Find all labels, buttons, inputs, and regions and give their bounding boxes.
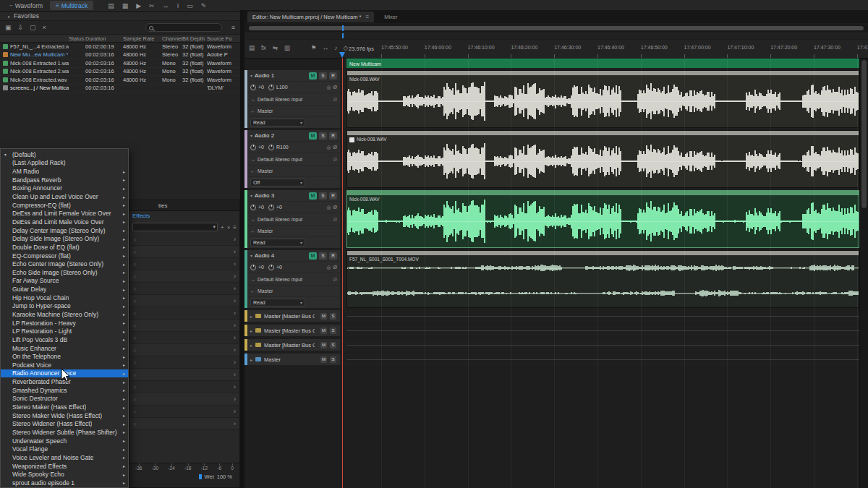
tab-editor[interactable]: Editor: New Multicam.prproj / New Multic… xyxy=(247,12,374,22)
power-icon[interactable]: ○ xyxy=(133,274,136,279)
fx-slot[interactable]: ○ › xyxy=(129,246,239,258)
preset-menu-item[interactable]: • Echo Side Image (Stereo Only) ▸ xyxy=(1,268,128,277)
power-icon[interactable]: ○ xyxy=(133,299,136,304)
move-range-icon[interactable]: ↔ xyxy=(323,44,329,51)
solo-button[interactable]: S xyxy=(330,328,336,334)
panel-columns-icon[interactable]: ▦ xyxy=(122,1,129,11)
automation-mode-select[interactable]: Read ▾ xyxy=(250,239,305,247)
panel-menu-icon[interactable]: ≡ xyxy=(231,24,235,31)
power-icon[interactable]: ○ xyxy=(133,323,136,328)
mute-button[interactable]: M xyxy=(309,192,317,200)
column-bit-depth[interactable]: Bit Depth xyxy=(182,35,207,42)
file-row[interactable]: Nick-008 Extracted.wav 00:02:03:16 48000… xyxy=(0,76,240,85)
power-icon[interactable]: ○ xyxy=(133,335,136,341)
fx-slot[interactable]: ○ › xyxy=(129,344,239,356)
fx-slot[interactable]: ○ › xyxy=(129,418,239,430)
favorites-header[interactable]: ▸ Favorites xyxy=(0,12,240,21)
preset-menu-item[interactable]: • Guitar Delay ▸ xyxy=(1,285,128,294)
file-row[interactable]: screenc...j / New Multicam 00:02:03:16 '… xyxy=(0,85,240,93)
preset-menu-item[interactable]: • AM Radio ▸ xyxy=(1,167,128,176)
preset-menu-item[interactable]: • Boxing Announcer ▸ xyxy=(1,184,128,193)
preset-menu-item[interactable]: • Stereo Maker Wide (Hass Effect) ▸ xyxy=(1,411,128,420)
power-icon[interactable]: ○ xyxy=(133,421,136,427)
preset-combobox[interactable]: ▾ xyxy=(132,223,218,231)
power-icon[interactable]: ○ xyxy=(133,249,136,254)
rack-tab[interactable]: ties xyxy=(158,202,167,209)
power-icon[interactable]: ○ xyxy=(133,348,136,353)
search-input[interactable] xyxy=(156,24,220,31)
razor-tool-icon[interactable]: ✂ xyxy=(149,1,155,11)
fx-slot[interactable]: ○ › xyxy=(129,234,239,246)
preset-menu-item[interactable]: • (Last Applied Rack) ▸ xyxy=(1,159,128,168)
volume-knob[interactable] xyxy=(250,205,256,210)
preset-menu-item[interactable]: • (Default) ▸ xyxy=(1,150,128,159)
delete-file-icon[interactable]: × xyxy=(43,24,46,31)
preset-menu-item[interactable]: • Stereo Maker (Hass Effect) ▸ xyxy=(1,403,128,411)
rack-menu-icon[interactable]: ≡ xyxy=(233,224,237,231)
panel-grid-icon[interactable]: ▤ xyxy=(108,1,114,11)
mute-button[interactable]: M xyxy=(320,356,327,363)
preset-menu-item[interactable]: • Karaoke Machine (Stereo Only) ▸ xyxy=(1,310,128,319)
file-row[interactable]: New Mu...ew Multicam * 00:02:03:16 48000… xyxy=(0,51,240,60)
save-preset-icon[interactable]: + xyxy=(221,224,224,231)
fx-slot[interactable]: ○ › xyxy=(129,320,239,332)
preset-menu-item[interactable]: • Smashed Dynamics ▸ xyxy=(1,386,128,395)
zoom-navigator-handle[interactable] xyxy=(249,26,864,30)
mute-button[interactable]: M xyxy=(309,252,317,260)
audio-clip[interactable]: Nick-008.WAV xyxy=(346,70,859,128)
clip-header[interactable] xyxy=(347,191,859,195)
preset-menu-item[interactable]: • DeEss and Limit Female Voice Over ▸ xyxy=(1,209,128,218)
solo-button[interactable]: S xyxy=(330,313,336,320)
preset-menu-item[interactable]: • Lift Pop Vocals 3 dB ▸ xyxy=(1,335,128,344)
power-icon[interactable]: ○ xyxy=(133,286,136,291)
clip-header[interactable] xyxy=(347,71,859,75)
input-select[interactable]: → Default Stereo Input Ø xyxy=(247,93,340,105)
routing-icon[interactable]: ⇆ xyxy=(273,44,278,51)
pan-knob[interactable] xyxy=(268,145,274,150)
range-bar[interactable] xyxy=(244,33,868,39)
fx-slot[interactable]: ○ › xyxy=(129,332,239,344)
mute-button[interactable]: M xyxy=(309,72,317,80)
solo-button[interactable]: S xyxy=(330,342,336,348)
automation-mode-select[interactable]: Read ▾ xyxy=(250,119,305,127)
mute-button[interactable]: M xyxy=(320,313,327,320)
mute-button[interactable]: M xyxy=(320,342,327,348)
new-file-icon[interactable]: ▢ xyxy=(30,24,36,31)
preset-menu-item[interactable]: • Bandpass Reverb ▸ xyxy=(1,176,128,184)
output-select[interactable]: ← Master xyxy=(247,166,340,177)
column-channels[interactable]: Channels xyxy=(162,35,182,42)
power-icon[interactable]: ○ xyxy=(133,409,136,414)
playhead-handle[interactable] xyxy=(339,52,345,58)
caret-right-icon[interactable]: ▸ xyxy=(250,328,252,333)
preset-menu-item[interactable]: • Delay Side Image (Stereo Only) ▸ xyxy=(1,234,128,243)
mute-button[interactable]: M xyxy=(320,328,327,334)
output-select[interactable]: ← Master xyxy=(247,226,340,237)
fx-slot[interactable]: ○ › xyxy=(129,283,239,295)
mute-button[interactable]: M xyxy=(309,132,317,140)
track-view-icon[interactable]: ▤ xyxy=(249,44,255,51)
preset-menu-item[interactable]: • DeEss and Limit Male Voice Over ▸ xyxy=(1,218,128,226)
time-ruler[interactable]: 17:45:50:0017:46:00:0017:46:10:0017:46:2… xyxy=(381,40,868,58)
scrollbar-thumb[interactable] xyxy=(861,60,867,208)
wet-value[interactable]: 100 % xyxy=(217,474,232,480)
media-browser-icon[interactable]: ▣ xyxy=(5,24,12,31)
audio-clip[interactable]: F57_NL_S001_S001_T004.MOV xyxy=(346,250,859,308)
move-tool-icon[interactable]: ▶ xyxy=(136,1,141,11)
column-duration[interactable]: Duration xyxy=(85,35,123,42)
clip-header[interactable] xyxy=(347,251,859,255)
column-status[interactable]: Status xyxy=(69,35,85,42)
power-icon[interactable]: ○ xyxy=(133,397,136,402)
automation-mode-select[interactable]: Read ▾ xyxy=(250,299,305,307)
preset-menu-item[interactable]: • Hip Hop Vocal Chain ▸ xyxy=(1,294,128,302)
input-select[interactable]: → Default Stereo Input Ø xyxy=(247,273,340,285)
preset-menu-item[interactable]: • Vocal Flange ▸ xyxy=(1,445,128,453)
preset-menu-item[interactable]: • Clean Up and Level Voice Over ▸ xyxy=(1,192,128,201)
column-source-format[interactable]: Source Fo xyxy=(207,35,240,42)
volume-knob[interactable] xyxy=(250,85,256,90)
fx-slot[interactable]: ○ › xyxy=(129,307,239,320)
column-sample-rate[interactable]: Sample Rate xyxy=(123,35,162,42)
preset-menu-item[interactable]: • Weaponized Effects ▸ xyxy=(1,462,128,471)
caret-right-icon[interactable]: ▸ xyxy=(250,314,252,319)
input-select[interactable]: → Default Stereo Input Ø xyxy=(247,213,340,225)
caret-right-icon[interactable]: ▸ xyxy=(250,357,252,362)
